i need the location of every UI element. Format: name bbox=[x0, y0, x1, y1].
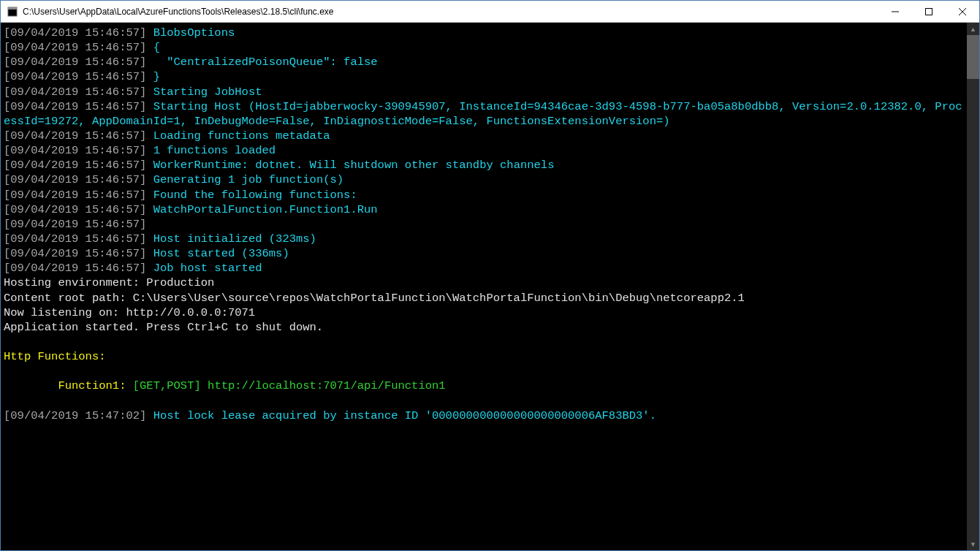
log-line: Host initialized (323ms) bbox=[153, 232, 316, 246]
log-line: Generating 1 job function(s) bbox=[153, 173, 343, 186]
http-methods: [GET,POST] bbox=[133, 379, 201, 392]
timestamp: [09/04/2019 15:46:57] bbox=[4, 56, 146, 69]
log-line: WorkerRuntime: dotnet. Will shutdown oth… bbox=[153, 159, 555, 172]
window-title: C:\Users\User\AppData\Local\AzureFunctio… bbox=[23, 7, 878, 17]
log-line: Starting JobHost bbox=[153, 86, 262, 99]
plain-line: Application started. Press Ctrl+C to shu… bbox=[4, 320, 964, 335]
timestamp: [09/04/2019 15:46:57] bbox=[4, 262, 146, 275]
timestamp: [09/04/2019 15:46:57] bbox=[4, 203, 146, 216]
window-controls bbox=[878, 1, 979, 22]
vertical-scrollbar[interactable]: ▲ ▼ bbox=[967, 23, 979, 550]
log-line: { bbox=[153, 41, 160, 54]
timestamp: [09/04/2019 15:46:57] bbox=[4, 232, 146, 246]
log-line: Loading functions metadata bbox=[153, 129, 330, 142]
timestamp: [09/04/2019 15:46:57] bbox=[4, 173, 146, 186]
app-icon bbox=[7, 6, 18, 18]
scrollbar-thumb[interactable] bbox=[967, 35, 979, 79]
scrollbar-track[interactable] bbox=[967, 35, 979, 538]
timestamp: [09/04/2019 15:46:57] bbox=[4, 159, 146, 172]
log-line: "CentralizedPoisonQueue": false bbox=[153, 56, 378, 69]
scroll-down-arrow[interactable]: ▼ bbox=[967, 538, 979, 550]
timestamp: [09/04/2019 15:47:02] bbox=[4, 409, 146, 422]
log-line: Starting Host (HostId=jabberwocky-390945… bbox=[4, 100, 962, 128]
timestamp: [09/04/2019 15:46:57] bbox=[4, 144, 146, 157]
http-functions-header: Http Functions: bbox=[4, 349, 964, 364]
log-line: Found the following functions: bbox=[153, 189, 357, 202]
scroll-up-arrow[interactable]: ▲ bbox=[967, 23, 979, 35]
plain-line: Hosting environment: Production bbox=[4, 276, 964, 290]
minimize-button[interactable] bbox=[878, 1, 912, 22]
timestamp: [09/04/2019 15:46:57] bbox=[4, 26, 146, 39]
timestamp: [09/04/2019 15:46:57] bbox=[4, 218, 146, 231]
function-url: http://localhost:7071/api/Function1 bbox=[208, 379, 446, 392]
timestamp: [09/04/2019 15:46:57] bbox=[4, 129, 146, 142]
plain-line: Content root path: C:\Users\User\source\… bbox=[4, 291, 964, 305]
timestamp: [09/04/2019 15:46:57] bbox=[4, 70, 146, 83]
timestamp: [09/04/2019 15:46:57] bbox=[4, 41, 146, 54]
timestamp: [09/04/2019 15:46:57] bbox=[4, 100, 146, 113]
close-button[interactable] bbox=[946, 1, 979, 22]
timestamp: [09/04/2019 15:46:57] bbox=[4, 247, 146, 260]
log-line: } bbox=[153, 70, 160, 83]
log-line: Host started (336ms) bbox=[153, 247, 289, 260]
log-line: 1 functions loaded bbox=[153, 144, 276, 157]
timestamp: [09/04/2019 15:46:57] bbox=[4, 189, 146, 202]
log-line: BlobsOptions bbox=[153, 26, 235, 39]
log-line: WatchPortalFunction.Function1.Run bbox=[153, 203, 378, 216]
log-line: Job host started bbox=[153, 262, 262, 275]
console-output[interactable]: [09/04/2019 15:46:57] BlobsOptions[09/04… bbox=[1, 23, 967, 550]
console-window: C:\Users\User\AppData\Local\AzureFunctio… bbox=[0, 0, 980, 551]
plain-line: Now listening on: http://0.0.0.0:7071 bbox=[4, 305, 964, 320]
timestamp: [09/04/2019 15:46:57] bbox=[4, 86, 146, 99]
log-line: Host lock lease acquired by instance ID … bbox=[153, 409, 656, 422]
svg-rect-3 bbox=[926, 8, 932, 15]
function-name: Function1: bbox=[58, 379, 126, 392]
console-area: [09/04/2019 15:46:57] BlobsOptions[09/04… bbox=[1, 23, 979, 550]
svg-rect-1 bbox=[8, 7, 17, 10]
maximize-button[interactable] bbox=[912, 1, 946, 22]
titlebar: C:\Users\User\AppData\Local\AzureFunctio… bbox=[1, 1, 979, 23]
